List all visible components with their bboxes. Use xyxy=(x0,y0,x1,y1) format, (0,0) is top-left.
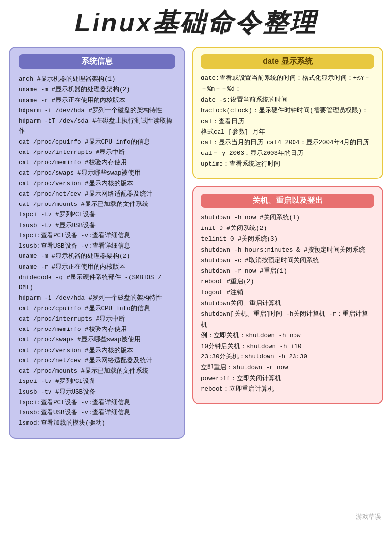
list-item: cat /proc/swaps #显示哪些swap被使用 xyxy=(19,335,175,345)
system-info-panel: 系统信息 arch #显示机器的处理器架构(1)uname -m #显示机器的处… xyxy=(9,47,185,439)
list-item: shutdown -c #取消按预定时间关闭系统 xyxy=(201,256,374,267)
title-area: Linux基础命令整理 xyxy=(0,0,392,42)
list-item: lspci:查看PCI设备 -v:查看详细信息 xyxy=(19,398,175,408)
list-item: uname -r #显示正在使用的内核版本 xyxy=(19,262,175,273)
list-item: lspci -tv #罗列PCI设备 xyxy=(19,210,175,220)
list-item: lspci:查看PCI设备 -v:查看详细信息 xyxy=(19,231,175,241)
list-item: shutdown[关机、重启]时间 -h关闭计算机 -r：重启计算机 xyxy=(201,309,374,331)
list-item: shutdown -r now #重启(1) xyxy=(201,266,374,277)
list-item: 例：立即关机：shutdown -h now xyxy=(201,331,374,342)
content-area: 系统信息 arch #显示机器的处理器架构(1)uname -m #显示机器的处… xyxy=(0,42,392,444)
list-item: init 0 #关闭系统(2) xyxy=(201,224,374,234)
list-item: shutdown -h hours:minutes & #按预定时间关闭系统 xyxy=(201,245,374,256)
list-item: logout #注销 xyxy=(201,288,374,299)
date-panel-title: date 显示系统 xyxy=(201,54,374,69)
left-column: 系统信息 arch #显示机器的处理器架构(1)uname -m #显示机器的处… xyxy=(9,47,185,439)
shutdown-panel: 关机、重启以及登出 shutdown -h now #关闭系统(1)init 0… xyxy=(192,186,383,404)
page-wrapper: Linux基础命令整理 系统信息 arch #显示机器的处理器架构(1)unam… xyxy=(0,0,392,533)
list-item: cat /proc/mounts #显示已加载的文件系统 xyxy=(19,200,175,210)
list-item: reboot：立即重启计算机 xyxy=(201,384,374,395)
list-item: cat /proc/meminfo #校验内存使用 xyxy=(19,325,175,335)
list-item: hwclock(clock)：显示硬件时钟时间(需要管理员权限)： xyxy=(201,106,374,117)
list-item: hdparm -i /dev/hda #罗列一个磁盘的架构特性 xyxy=(19,106,175,116)
main-title: Linux基础命令整理 xyxy=(10,9,382,37)
list-item: uname -r #显示正在使用的内核版本 xyxy=(19,96,175,106)
list-item: lsusb:查看USB设备 -v:查看详细信息 xyxy=(19,408,175,418)
list-item: lsmod:查看加载的模块(驱动) xyxy=(19,418,175,429)
list-item: poweroff：立即关闭计算机 xyxy=(201,374,374,384)
right-column: date 显示系统 date:查看或设置当前系统的时间：格式化显示时间：+%Y－… xyxy=(192,47,383,404)
list-item: hdparm -tT /dev/sda #在磁盘上执行测试性读取操作 xyxy=(19,116,175,137)
date-panel-content: date:查看或设置当前系统的时间：格式化显示时间：+%Y－－%m－－%d：da… xyxy=(201,74,374,170)
list-item: reboot #重启(2) xyxy=(201,277,374,288)
list-item: shutdown关闭、重启计算机 xyxy=(201,299,374,309)
list-item: lsusb -tv #显示USB设备 xyxy=(19,387,175,398)
list-item: cat /proc/swaps #显示哪些swap被使用 xyxy=(19,168,175,178)
watermark: 游戏草误 xyxy=(356,512,381,521)
list-item: cat /proc/version #显示内核的版本 xyxy=(19,179,175,189)
list-item: uname -m #显示机器的处理器架构(2) xyxy=(19,85,175,95)
list-item: cal：查看日历 xyxy=(201,117,374,127)
shutdown-panel-title: 关机、重启以及登出 xyxy=(201,194,374,208)
list-item: cal－ y 2003：显示2003年的日历 xyxy=(201,149,374,159)
list-item: lspci -tv #罗列PCI设备 xyxy=(19,377,175,387)
list-item: shutdown -h now #关闭系统(1) xyxy=(201,213,374,224)
list-item: cat /proc/mounts #显示已加载的文件系统 xyxy=(19,366,175,377)
system-info-content: arch #显示机器的处理器架构(1)uname -m #显示机器的处理器架构(… xyxy=(19,75,175,429)
shutdown-panel-content: shutdown -h now #关闭系统(1)init 0 #关闭系统(2)t… xyxy=(201,213,374,395)
list-item: dmidecode -q #显示硬件系统部件 -(SMBIOS / DMI) xyxy=(19,273,175,294)
list-item: hdparm -i /dev/hda #罗列一个磁盘的架构特性 xyxy=(19,293,175,304)
list-item: cat /proc/meminfo #校验内存使用 xyxy=(19,158,175,168)
list-item: 立即重启：shutdown -r now xyxy=(201,363,374,374)
list-item: 10分钟后关机：shutdown -h +10 xyxy=(201,342,374,353)
date-panel: date 显示系统 date:查看或设置当前系统的时间：格式化显示时间：+%Y－… xyxy=(192,47,383,179)
list-item: cat /proc/version #显示内核的版本 xyxy=(19,346,175,356)
list-item: lsusb -tv #显示USB设备 xyxy=(19,221,175,231)
list-item: telinit 0 #关闭系统(3) xyxy=(201,234,374,245)
list-item: date -s:设置当前系统的时间 xyxy=(201,95,374,106)
list-item: cat /proc/net/dev #显示网络适配器及统计 xyxy=(19,189,175,200)
list-item: 23:30分关机：shutdown -h 23:30 xyxy=(201,352,374,363)
list-item: cal：显示当月的日历 cal4 2004：显示2004年4月的日历 xyxy=(201,138,374,149)
list-item: cat /proc/net/dev #显示网络适配器及统计 xyxy=(19,356,175,366)
list-item: cat /proc/interrupts #显示中断 xyxy=(19,148,175,158)
list-item: uptime：查看系统运行时间 xyxy=(201,159,374,170)
list-item: date:查看或设置当前系统的时间：格式化显示时间：+%Y－－%m－－%d： xyxy=(201,74,374,95)
list-item: cat /proc/cpuinfo #显示CPU info的信息 xyxy=(19,137,175,148)
list-item: uname -m #显示机器的处理器架构(2) xyxy=(19,252,175,262)
list-item: 格式cal [参数] 月年 xyxy=(201,127,374,138)
list-item: cat /proc/interrupts #显示中断 xyxy=(19,314,175,325)
list-item: arch #显示机器的处理器架构(1) xyxy=(19,75,175,85)
system-info-title: 系统信息 xyxy=(19,54,175,69)
list-item: lsusb:查看USB设备 -v:查看详细信息 xyxy=(19,241,175,252)
list-item: cat /proc/cpuinfo #显示CPU info的信息 xyxy=(19,304,175,314)
